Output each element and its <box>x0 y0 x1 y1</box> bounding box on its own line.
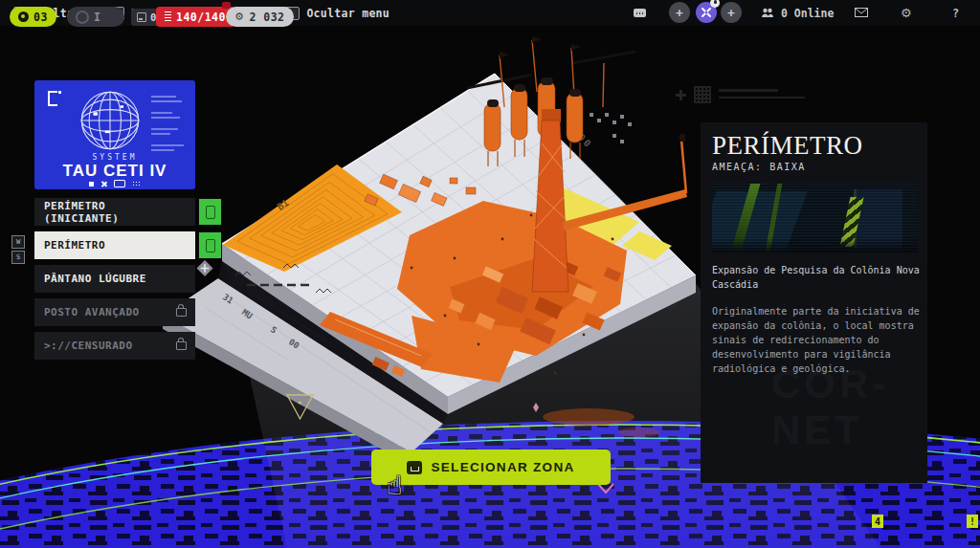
system-name: TAU CETI IV <box>34 162 195 181</box>
zone-photo <box>712 184 918 252</box>
system-card-icons <box>34 180 195 187</box>
key-w-icon: W <box>11 235 25 249</box>
credits-pill: ⚙ 2 032 <box>226 7 294 27</box>
ring-icon <box>76 11 89 24</box>
zone-item-label: >://CENSURADO <box>44 340 133 352</box>
cog-icon: ⚙ <box>234 11 244 22</box>
dot-matrix-icon <box>694 86 711 103</box>
lock-icon <box>176 308 187 317</box>
zone-item-label: PERÍMETRO <box>44 239 105 252</box>
ammo-value: 140/140 <box>176 11 226 24</box>
key-s-icon: S <box>11 251 25 264</box>
zone-item-perimetro-iniciante[interactable]: PERÍMETRO (INICIANTE) <box>34 198 195 226</box>
device-icon <box>137 12 146 22</box>
confirm-key-icon <box>407 461 422 474</box>
zone-item-posto-avancado[interactable]: POSTO AVANÇADO <box>34 298 195 326</box>
zone-description: Originalmente parte da iniciativa de exp… <box>712 304 922 376</box>
intel-badge <box>198 198 222 226</box>
zone-item-label: POSTO AVANÇADO <box>44 306 140 318</box>
dots-icon <box>132 181 141 186</box>
lock-icon <box>176 341 187 350</box>
zone-title: PERÍMETRO <box>712 132 922 159</box>
zone-select-screen: 31 MU S 00 B1 <box>0 0 980 548</box>
faint-text-lines <box>719 89 805 103</box>
credits-value: 2 032 <box>249 11 284 24</box>
squad-status-pill: 03 <box>10 7 56 27</box>
phone-icon <box>206 206 215 219</box>
alert-badge: ! <box>967 515 978 528</box>
phone-icon <box>206 239 215 252</box>
zone-item-pantano-lugubre[interactable]: PÂNTANO LÚGUBRE <box>34 265 195 293</box>
ammo-pill: 140/140 <box>156 7 234 27</box>
select-zone-button[interactable]: SELECIONAR ZONA <box>371 449 611 485</box>
zone-item-perimetro[interactable]: PERÍMETRO <box>34 231 195 259</box>
plus-glyph-icon <box>676 90 686 100</box>
globe-wireframe-icon <box>77 87 144 154</box>
square-icon <box>89 182 94 186</box>
cartridge-icon <box>114 180 125 187</box>
zone-details-panel: PERÍMETRO AMEAÇA: BAIXA Expansão de Pesq… <box>701 122 927 483</box>
telemetry-readout <box>151 96 189 154</box>
helmet-icon <box>18 11 29 22</box>
zone-item-censurado[interactable]: >://CENSURADO <box>34 332 195 360</box>
zone-item-label: PÂNTANO LÚGUBRE <box>44 273 146 285</box>
zone-list: PERÍMETRO (INICIANTE) PERÍMETRO PÂNTANO … <box>34 198 195 365</box>
system-card: SYSTEM TAU CETI IV <box>34 80 195 189</box>
squad-count: 03 <box>33 11 48 24</box>
mode-value: I <box>94 11 100 24</box>
mail-count-badge: 4 <box>872 515 883 528</box>
system-label: SYSTEM <box>34 153 195 162</box>
threat-level: AMEAÇA: BAIXA <box>712 162 922 172</box>
intel-badge <box>198 231 222 259</box>
select-zone-label: SELECIONAR ZONA <box>431 460 574 474</box>
mode-status-pill: I <box>67 7 124 27</box>
list-key-hints: W S <box>11 235 25 264</box>
zone-item-label: PERÍMETRO (INICIANTE) <box>44 200 186 225</box>
cross-icon <box>100 181 107 187</box>
zone-subtitle: Expansão de Pesquisa da Colônia Nova Cas… <box>712 264 922 292</box>
x-marker-icon <box>197 260 213 276</box>
faint-corp-logo <box>676 86 805 103</box>
faction-glyph-icon <box>48 91 57 106</box>
magazine-icon <box>165 11 171 22</box>
